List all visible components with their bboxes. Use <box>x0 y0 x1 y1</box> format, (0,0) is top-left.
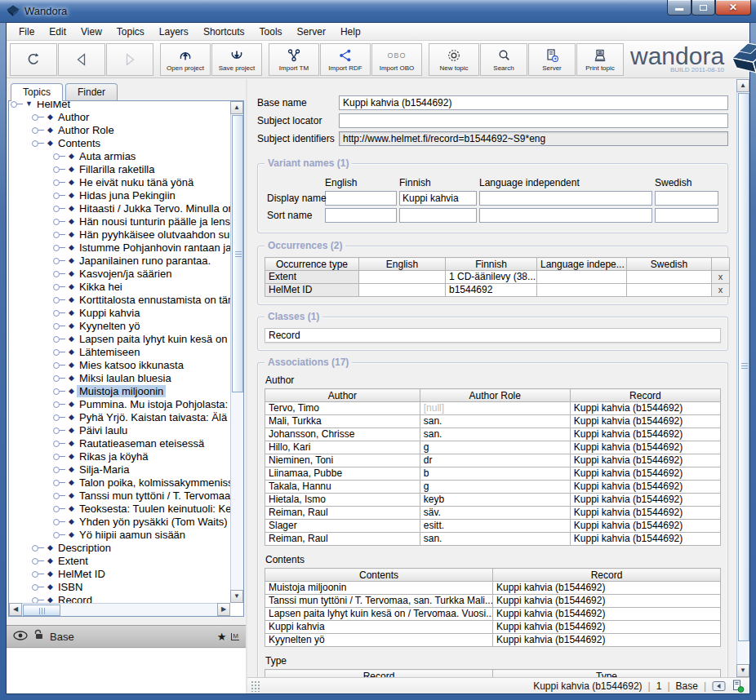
menu-layers[interactable]: Layers <box>152 23 196 41</box>
expand-handle-icon[interactable] <box>53 505 66 512</box>
tree-item-label[interactable]: Hidas juna Pekingiin <box>77 189 178 202</box>
table-row[interactable]: Reiman, Raulsäv.Kuppi kahvia (b1544692) <box>265 507 721 520</box>
menu-server[interactable]: Server <box>290 23 333 41</box>
table-cell[interactable]: Kuppi kahvia (b1544692) <box>493 621 721 634</box>
tree-item[interactable]: ▼HelMet <box>9 101 230 110</box>
table-cell[interactable] <box>359 271 446 284</box>
tree-item-label[interactable]: Pummina. Mu istoja Pohjolasta: S <box>77 398 230 410</box>
tree-item[interactable]: ◆Description <box>9 541 230 554</box>
table-cell[interactable]: Kuppi kahvia (b1544692) <box>570 481 720 494</box>
table-cell[interactable]: Kuppi kahvia (b1544692) <box>570 415 720 428</box>
expand-handle-icon[interactable] <box>32 113 45 121</box>
table-cell[interactable]: Lapsen paita lyhyt kuin kesä on / Tervom… <box>265 608 493 621</box>
close-button[interactable]: ✕ <box>715 0 751 16</box>
table-cell[interactable]: Reiman, Raul <box>265 533 420 546</box>
expand-handle-icon[interactable] <box>53 244 66 251</box>
server-status-icon[interactable] <box>732 680 745 693</box>
tree-item[interactable]: ◆Rautatieaseman eteisessä <box>9 436 230 450</box>
subject-locator-field[interactable] <box>339 113 728 128</box>
expand-handle-icon[interactable] <box>32 596 45 604</box>
tree-item-label[interactable]: Silja-Maria <box>77 463 131 476</box>
print-topic-button[interactable]: Print topic <box>576 43 624 76</box>
tree-item[interactable]: ◆Author Role <box>9 123 230 136</box>
tree-item[interactable]: ◆Japanilainen runo parantaa. <box>9 254 230 267</box>
tree-item[interactable]: ◆Lapsen paita lyhyt kuin kesä on / T <box>9 332 230 345</box>
tree-item[interactable]: ◆Kikka hei <box>9 280 230 293</box>
table-cell[interactable]: Kuppi kahvia (b1544692) <box>493 582 721 595</box>
tree-item-label[interactable]: Talon poika, kolmissakymmeniss <box>77 476 230 489</box>
table-row[interactable]: Tervo, Timo[null]Kuppi kahvia (b1544692) <box>265 402 721 415</box>
table-cell[interactable]: Kuppi kahvia (b1544692) <box>570 454 720 467</box>
column-header[interactable]: Swedish <box>627 258 712 271</box>
table-row[interactable]: Mali, Turkkasan.Kuppi kahvia (b1544692) <box>265 415 721 428</box>
tree-item[interactable]: ◆Record <box>9 593 230 603</box>
table-cell[interactable]: Kuppi kahvia (b1544692) <box>570 428 720 441</box>
table-row[interactable]: Kuppi kahviaKuppi kahvia (b1544692) <box>265 621 721 634</box>
table-row[interactable]: Slageresitt.Kuppi kahvia (b1544692) <box>265 520 721 533</box>
base-name-field[interactable]: Kuppi kahvia (b1544692) <box>339 95 728 110</box>
tree-item[interactable]: ◆Fillarilla raketilla <box>9 162 230 175</box>
tree-item[interactable]: ◆Talon poika, kolmissakymmeniss <box>9 476 230 489</box>
expand-handle-icon[interactable] <box>53 205 66 212</box>
tree-item-label[interactable]: Miksi laulan bluesia <box>77 372 174 384</box>
tree-item-label[interactable]: Kikka hei <box>77 281 125 293</box>
table-cell[interactable]: Takala, Hannu <box>265 481 420 494</box>
tree-item[interactable]: ◆Rikas ja köyhä <box>9 450 230 463</box>
table-row[interactable]: Liinamaa, PubbebKuppi kahvia (b1544692) <box>265 467 721 481</box>
tree-item-label[interactable]: Kasvojen/ja säärien <box>77 268 174 280</box>
scroll-down-button[interactable]: ▼ <box>230 590 243 603</box>
expand-handle-icon[interactable] <box>53 466 66 473</box>
table-cell[interactable]: Reiman, Raul <box>265 507 420 520</box>
tree-vertical-scrollbar[interactable]: ▲ ▼ <box>230 101 243 603</box>
table-row[interactable]: Lapsen paita lyhyt kuin kesä on / Tervom… <box>265 608 721 621</box>
table-cell[interactable] <box>627 284 712 297</box>
forward-button[interactable] <box>106 43 153 76</box>
column-header[interactable]: Record <box>570 389 720 402</box>
tree-item-label[interactable]: Yhden yön pysäkki (Tom Waits) / <box>77 516 230 528</box>
tree-item[interactable]: ◆Korttitalosta ennustamista on täm <box>9 293 230 306</box>
table-cell[interactable]: esitt. <box>420 520 570 533</box>
open-project-button[interactable]: Open project <box>160 43 211 76</box>
variant-name-field[interactable] <box>325 191 397 206</box>
class-item[interactable]: Record <box>265 328 721 343</box>
m-badge-icon[interactable]: M <box>231 633 239 640</box>
tree-item-label[interactable]: Hän pyyhkäisee olutvaahdon suup <box>77 228 230 241</box>
import-tm-button[interactable]: Import TM <box>269 43 319 76</box>
expand-handle-icon[interactable] <box>53 440 66 447</box>
tree-item-label[interactable]: Hän nousi tunturin päälle ja lensi <box>77 215 230 228</box>
import-rdf-button[interactable]: Import RDF <box>320 43 371 76</box>
title-bar[interactable]: Wandora ▬ ✕ <box>0 0 756 23</box>
delete-occurrence-button[interactable]: x <box>712 284 730 297</box>
table-cell[interactable]: Kuppi kahvia <box>265 621 493 634</box>
maximize-button[interactable] <box>692 0 715 16</box>
variant-name-field[interactable] <box>655 208 718 223</box>
table-cell[interactable]: Muistoja miljoonin <box>265 582 493 595</box>
tree-item[interactable]: ◆Kuppi kahvia <box>9 306 230 319</box>
tree-item-label[interactable]: Rautatieaseman eteisessä <box>77 437 207 450</box>
layer-visibility-eye-icon[interactable] <box>13 629 28 644</box>
column-header[interactable]: Occurrence type <box>265 258 359 271</box>
table-cell[interactable]: san. <box>420 428 570 441</box>
tree-item[interactable]: ◆Hitaasti / Jukka Tervo. Minulla on i <box>9 202 230 215</box>
column-header[interactable]: Finnish <box>446 258 537 271</box>
menu-topics[interactable]: Topics <box>109 23 152 41</box>
tree-item[interactable]: ◆Author <box>9 110 230 123</box>
table-row[interactable]: Tanssi mun tyttöni / T. Tervomaa, san. T… <box>265 595 721 608</box>
expand-handle-icon[interactable] <box>53 322 66 330</box>
tree-item[interactable]: ◆Yhden yön pysäkki (Tom Waits) / <box>9 515 230 528</box>
server-button[interactable]: Server <box>528 43 576 76</box>
star-icon[interactable]: ★ <box>217 631 227 643</box>
scroll-right-button[interactable]: ▶ <box>217 603 230 616</box>
expand-handle-icon[interactable] <box>53 518 66 525</box>
tree-item-label[interactable]: Muistoja miljoonin <box>77 385 166 397</box>
menu-shortcuts[interactable]: Shortcuts <box>196 23 252 41</box>
expand-handle-icon[interactable] <box>53 231 66 238</box>
search-button[interactable]: Search <box>480 43 527 76</box>
table-cell[interactable]: Liinamaa, Pubbe <box>265 467 420 481</box>
variant-name-field[interactable]: Kuppi kahvia <box>399 191 477 206</box>
table-cell[interactable]: Kyynelten yö <box>265 634 493 647</box>
expand-handle-icon[interactable] <box>32 126 45 134</box>
expand-handle-icon[interactable] <box>53 270 66 277</box>
unlocked-padlock-icon[interactable] <box>33 629 45 644</box>
minimize-button[interactable]: ▬ <box>667 0 692 16</box>
